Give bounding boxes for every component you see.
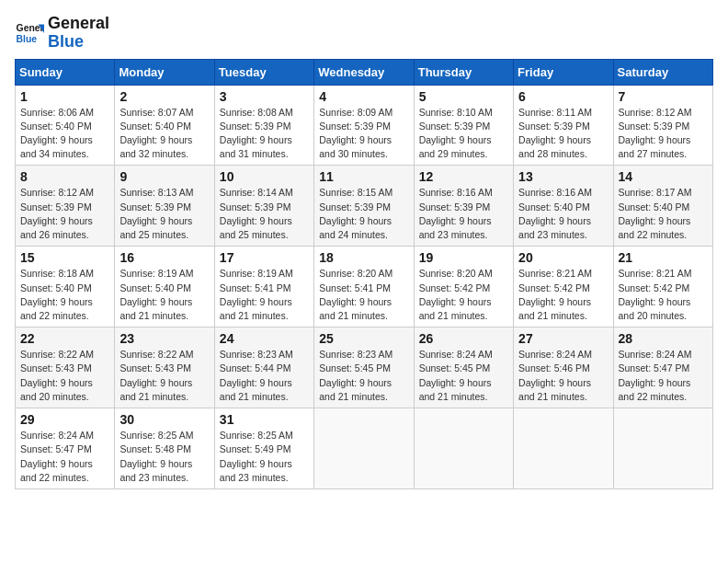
calendar-cell: 26 Sunrise: 8:24 AMSunset: 5:45 PMDaylig… <box>414 327 513 408</box>
calendar-cell: 2 Sunrise: 8:07 AMSunset: 5:40 PMDayligh… <box>115 85 214 166</box>
calendar-cell: 17 Sunrise: 8:19 AMSunset: 5:41 PMDaylig… <box>214 247 313 327</box>
day-info: Sunrise: 8:25 AMSunset: 5:48 PMDaylight:… <box>119 429 209 485</box>
day-number: 18 <box>319 250 408 265</box>
day-number: 23 <box>119 331 209 346</box>
day-info: Sunrise: 8:25 AMSunset: 5:49 PMDaylight:… <box>220 429 309 485</box>
calendar-cell: 14 Sunrise: 8:17 AMSunset: 5:40 PMDaylig… <box>613 166 712 247</box>
calendar-cell: 24 Sunrise: 8:23 AMSunset: 5:44 PMDaylig… <box>214 327 313 408</box>
day-info: Sunrise: 8:12 AMSunset: 5:39 PMDaylight:… <box>20 186 109 242</box>
calendar-cell: 12 Sunrise: 8:16 AMSunset: 5:39 PMDaylig… <box>414 166 513 247</box>
calendar-cell: 7 Sunrise: 8:12 AMSunset: 5:39 PMDayligh… <box>613 85 712 166</box>
day-number: 26 <box>419 331 508 346</box>
dow-header-sunday: Sunday <box>16 59 115 85</box>
day-number: 21 <box>619 250 708 265</box>
logo-icon: General Blue <box>15 18 44 48</box>
day-number: 27 <box>518 331 608 346</box>
day-number: 19 <box>419 250 508 265</box>
calendar-cell <box>514 408 613 489</box>
day-info: Sunrise: 8:19 AMSunset: 5:40 PMDaylight:… <box>119 267 209 323</box>
day-info: Sunrise: 8:17 AMSunset: 5:40 PMDaylight:… <box>619 186 708 242</box>
day-info: Sunrise: 8:24 AMSunset: 5:45 PMDaylight:… <box>419 348 508 404</box>
day-number: 16 <box>119 250 209 265</box>
svg-text:Blue: Blue <box>17 33 38 43</box>
calendar-cell <box>613 408 712 489</box>
day-number: 30 <box>119 412 209 427</box>
day-info: Sunrise: 8:19 AMSunset: 5:41 PMDaylight:… <box>220 267 309 323</box>
calendar-cell: 27 Sunrise: 8:24 AMSunset: 5:46 PMDaylig… <box>514 327 613 408</box>
day-number: 28 <box>619 331 708 346</box>
day-number: 7 <box>619 89 708 104</box>
day-info: Sunrise: 8:08 AMSunset: 5:39 PMDaylight:… <box>220 106 309 162</box>
calendar-cell: 10 Sunrise: 8:14 AMSunset: 5:39 PMDaylig… <box>214 166 313 247</box>
day-info: Sunrise: 8:24 AMSunset: 5:47 PMDaylight:… <box>619 348 708 404</box>
calendar-cell: 16 Sunrise: 8:19 AMSunset: 5:40 PMDaylig… <box>115 247 214 327</box>
day-number: 25 <box>319 331 408 346</box>
day-info: Sunrise: 8:23 AMSunset: 5:45 PMDaylight:… <box>319 348 408 404</box>
day-info: Sunrise: 8:20 AMSunset: 5:41 PMDaylight:… <box>319 267 408 323</box>
calendar-cell: 1 Sunrise: 8:06 AMSunset: 5:40 PMDayligh… <box>16 85 115 166</box>
dow-header-tuesday: Tuesday <box>214 59 313 85</box>
calendar-cell: 11 Sunrise: 8:15 AMSunset: 5:39 PMDaylig… <box>314 166 414 247</box>
calendar-cell: 21 Sunrise: 8:21 AMSunset: 5:42 PMDaylig… <box>613 247 712 327</box>
calendar-cell: 25 Sunrise: 8:23 AMSunset: 5:45 PMDaylig… <box>314 327 414 408</box>
day-info: Sunrise: 8:24 AMSunset: 5:46 PMDaylight:… <box>518 348 608 404</box>
day-info: Sunrise: 8:21 AMSunset: 5:42 PMDaylight:… <box>518 267 608 323</box>
day-number: 12 <box>419 169 508 184</box>
day-number: 10 <box>220 169 309 184</box>
day-number: 6 <box>518 89 608 104</box>
calendar-cell: 22 Sunrise: 8:22 AMSunset: 5:43 PMDaylig… <box>16 327 115 408</box>
calendar-cell: 6 Sunrise: 8:11 AMSunset: 5:39 PMDayligh… <box>514 85 613 166</box>
calendar-table: SundayMondayTuesdayWednesdayThursdayFrid… <box>15 59 713 489</box>
calendar-cell: 9 Sunrise: 8:13 AMSunset: 5:39 PMDayligh… <box>115 166 214 247</box>
day-info: Sunrise: 8:24 AMSunset: 5:47 PMDaylight:… <box>20 429 109 485</box>
day-number: 17 <box>220 250 309 265</box>
day-info: Sunrise: 8:16 AMSunset: 5:40 PMDaylight:… <box>518 186 608 242</box>
day-info: Sunrise: 8:20 AMSunset: 5:42 PMDaylight:… <box>419 267 508 323</box>
logo: General Blue General Blue <box>15 15 109 52</box>
day-number: 1 <box>20 89 109 104</box>
dow-header-thursday: Thursday <box>414 59 513 85</box>
day-info: Sunrise: 8:13 AMSunset: 5:39 PMDaylight:… <box>119 186 209 242</box>
calendar-cell <box>314 408 414 489</box>
day-number: 31 <box>220 412 309 427</box>
day-info: Sunrise: 8:14 AMSunset: 5:39 PMDaylight:… <box>220 186 309 242</box>
calendar-cell: 19 Sunrise: 8:20 AMSunset: 5:42 PMDaylig… <box>414 247 513 327</box>
day-info: Sunrise: 8:12 AMSunset: 5:39 PMDaylight:… <box>619 106 708 162</box>
calendar-cell: 18 Sunrise: 8:20 AMSunset: 5:41 PMDaylig… <box>314 247 414 327</box>
calendar-cell <box>414 408 513 489</box>
dow-header-friday: Friday <box>514 59 613 85</box>
day-info: Sunrise: 8:22 AMSunset: 5:43 PMDaylight:… <box>20 348 109 404</box>
day-number: 5 <box>419 89 508 104</box>
day-info: Sunrise: 8:18 AMSunset: 5:40 PMDaylight:… <box>20 267 109 323</box>
day-number: 13 <box>518 169 608 184</box>
day-info: Sunrise: 8:10 AMSunset: 5:39 PMDaylight:… <box>419 106 508 162</box>
calendar-cell: 23 Sunrise: 8:22 AMSunset: 5:43 PMDaylig… <box>115 327 214 408</box>
day-number: 9 <box>119 169 209 184</box>
day-info: Sunrise: 8:11 AMSunset: 5:39 PMDaylight:… <box>518 106 608 162</box>
day-info: Sunrise: 8:15 AMSunset: 5:39 PMDaylight:… <box>319 186 408 242</box>
calendar-cell: 13 Sunrise: 8:16 AMSunset: 5:40 PMDaylig… <box>514 166 613 247</box>
day-number: 11 <box>319 169 408 184</box>
day-info: Sunrise: 8:07 AMSunset: 5:40 PMDaylight:… <box>119 106 209 162</box>
day-number: 14 <box>619 169 708 184</box>
day-info: Sunrise: 8:23 AMSunset: 5:44 PMDaylight:… <box>220 348 309 404</box>
calendar-cell: 4 Sunrise: 8:09 AMSunset: 5:39 PMDayligh… <box>314 85 414 166</box>
day-number: 20 <box>518 250 608 265</box>
calendar-cell: 3 Sunrise: 8:08 AMSunset: 5:39 PMDayligh… <box>214 85 313 166</box>
day-info: Sunrise: 8:16 AMSunset: 5:39 PMDaylight:… <box>419 186 508 242</box>
day-number: 15 <box>20 250 109 265</box>
calendar-cell: 31 Sunrise: 8:25 AMSunset: 5:49 PMDaylig… <box>214 408 313 489</box>
calendar-cell: 5 Sunrise: 8:10 AMSunset: 5:39 PMDayligh… <box>414 85 513 166</box>
day-number: 4 <box>319 89 408 104</box>
day-number: 8 <box>20 169 109 184</box>
dow-header-monday: Monday <box>115 59 214 85</box>
calendar-cell: 20 Sunrise: 8:21 AMSunset: 5:42 PMDaylig… <box>514 247 613 327</box>
day-info: Sunrise: 8:21 AMSunset: 5:42 PMDaylight:… <box>619 267 708 323</box>
day-number: 22 <box>20 331 109 346</box>
calendar-cell: 29 Sunrise: 8:24 AMSunset: 5:47 PMDaylig… <box>16 408 115 489</box>
calendar-cell: 30 Sunrise: 8:25 AMSunset: 5:48 PMDaylig… <box>115 408 214 489</box>
page-header: General Blue General Blue <box>15 15 713 52</box>
calendar-cell: 8 Sunrise: 8:12 AMSunset: 5:39 PMDayligh… <box>16 166 115 247</box>
dow-header-wednesday: Wednesday <box>314 59 414 85</box>
day-info: Sunrise: 8:06 AMSunset: 5:40 PMDaylight:… <box>20 106 109 162</box>
